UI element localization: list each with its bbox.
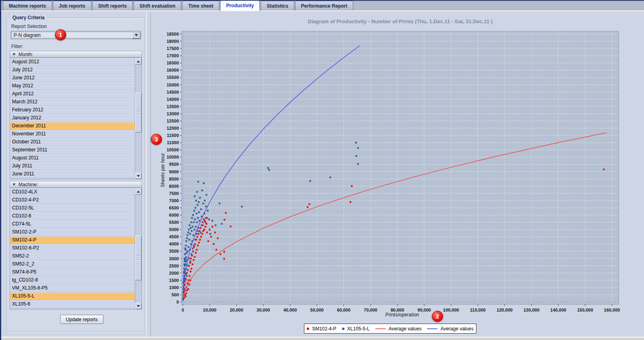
arrow-up-icon	[137, 191, 140, 193]
y-axis-tick-label: 11500	[167, 133, 179, 138]
month-item-june-2011[interactable]: June 2011	[10, 170, 135, 178]
tab-shift-reports[interactable]: Shift reports	[92, 1, 133, 10]
x-axis-tick-label: 70,000	[364, 308, 377, 312]
panel-title: Query Criteria	[10, 15, 47, 20]
y-axis-tick-label: 18500	[166, 32, 179, 36]
annotation-badge-1: 1	[55, 29, 66, 40]
legend-line-marker	[427, 328, 437, 329]
month-header-label: Month:	[18, 52, 33, 57]
x-axis-tick-label: 150,000	[577, 308, 593, 312]
arrow-down-icon	[137, 175, 140, 177]
month-item-june-2012[interactable]: June 2012	[10, 74, 135, 82]
collapse-triangle-icon	[12, 183, 16, 186]
query-criteria-panel: Query Criteria Report Selection P-N diag…	[7, 18, 145, 332]
scroll-up-button[interactable]	[135, 188, 142, 195]
chevron-down-icon	[135, 34, 138, 36]
machine-item-xl105-5-l[interactable]: XL105-5-L	[10, 292, 135, 300]
tab-job-reports[interactable]: Job reports	[53, 1, 91, 10]
month-item-october-2011[interactable]: October 2011	[10, 138, 135, 146]
machine-item-sm102-6-p2[interactable]: SM102-6-P2	[10, 244, 135, 252]
machine-item-tg-cd102-8[interactable]: tg_CD102-8	[10, 276, 135, 284]
month-list: August 2012July 2012June 2012May 2012Apr…	[10, 58, 142, 179]
x-axis-tick-label: 30,000	[257, 308, 270, 312]
productivity-scatter-chart: 0500100015002000250030003500400045005000…	[154, 28, 627, 319]
y-axis-tick-label: 14000	[166, 97, 179, 102]
scroll-down-button[interactable]	[135, 173, 142, 179]
machine-item-cd102-6[interactable]: CD102-6	[10, 212, 135, 220]
month-item-august-2011[interactable]: August 2011	[10, 154, 135, 162]
month-item-february-2012[interactable]: February 2012	[10, 106, 135, 114]
x-axis-tick-label: 40,000	[284, 308, 297, 312]
y-axis-tick-label: 17000	[166, 53, 179, 58]
y-axis-tick-label: 2000	[169, 271, 179, 276]
annotation-badge-2: 2	[432, 311, 443, 322]
month-section-header[interactable]: Month:	[10, 51, 142, 58]
y-axis-tick-label: 18000	[166, 39, 179, 44]
x-axis-tick-label: 0	[182, 308, 184, 312]
panel-splitter[interactable]	[146, 12, 151, 337]
machine-item-sm52-2[interactable]: SM52-2	[10, 252, 135, 260]
machine-item-sm74-8-p5[interactable]: SM74-8-P5	[10, 268, 135, 276]
x-axis-tick-label: 80,000	[391, 308, 404, 312]
machine-list-scrollbar-thumb[interactable]	[135, 235, 142, 280]
machine-item-cd102-4lx[interactable]: CD102-4LX	[10, 188, 135, 196]
month-item-november-2011[interactable]: November 2011	[10, 130, 135, 138]
x-axis-tick-label: 120,000	[497, 308, 513, 312]
y-axis-tick-label: 7500	[169, 191, 179, 196]
y-axis-tick-label: 3000	[169, 256, 179, 261]
scroll-down-button[interactable]	[135, 303, 142, 309]
month-item-may-2012[interactable]: May 2012	[10, 82, 135, 90]
machine-list-scrollbar[interactable]	[135, 188, 142, 309]
month-list-scrollbar[interactable]	[135, 58, 142, 179]
y-axis-tick-label: 2500	[169, 264, 179, 268]
month-list-scrollbar-thumb[interactable]	[135, 93, 142, 133]
machine-item-cd102-4-p2[interactable]: CD102-4-P2	[10, 196, 135, 204]
y-axis-tick-label: 5500	[169, 220, 179, 225]
y-axis-tick-label: 12500	[166, 119, 179, 123]
month-item-july-2011[interactable]: July 2011	[10, 162, 135, 170]
machine-item-sm102-4-p[interactable]: SM102-4-P	[10, 236, 135, 244]
machine-header-label: Machine:	[18, 182, 38, 187]
plot-area	[182, 31, 619, 304]
month-item-april-2012[interactable]: April 2012	[10, 90, 135, 98]
tab-performance-report[interactable]: Performance Report	[295, 1, 353, 10]
y-axis-tick-label: 0	[176, 300, 179, 304]
report-selection-label: Report Selection	[11, 24, 47, 29]
month-item-december-2011[interactable]: December 2011	[10, 122, 135, 130]
tab-productivity[interactable]: Productivity	[220, 0, 260, 11]
month-item-july-2012[interactable]: July 2012	[10, 66, 135, 74]
month-item-january-2012[interactable]: January 2012	[10, 114, 135, 122]
machine-item-xl105-6[interactable]: XL105-6	[10, 300, 135, 308]
tab-shift-evaluation[interactable]: Shift evaluation	[134, 1, 181, 10]
y-axis-tick-label: 6000	[169, 213, 179, 217]
month-item-august-2012[interactable]: August 2012	[10, 58, 135, 66]
chart-legend: SM102-4-PXL105-5-LAverage valuesAverage …	[304, 324, 476, 334]
machine-item-cd74-5l[interactable]: CD74-5L	[10, 220, 135, 228]
x-axis-tick-label: 100,000	[443, 308, 459, 312]
x-axis-tick-label: 130,000	[523, 308, 539, 312]
machine-item-sm102-2-p[interactable]: SM102-2-P	[10, 228, 135, 236]
combobox-dropdown-button[interactable]	[132, 31, 140, 39]
scroll-up-button[interactable]	[135, 58, 142, 64]
x-axis-tick-label: 90,000	[417, 308, 431, 312]
report-selection-combobox[interactable]: P-N diagram	[10, 31, 141, 39]
month-item-march-2012[interactable]: March 2012	[10, 98, 135, 106]
arrow-up-icon	[137, 60, 140, 62]
y-axis-tick-label: 3500	[169, 249, 179, 253]
tab-time-sheet[interactable]: Time sheet	[182, 1, 219, 10]
x-axis-tick-label: 110,000	[470, 308, 486, 312]
machine-item-sm52-2-2[interactable]: SM52-2_2	[10, 260, 135, 268]
tab-statistics[interactable]: Statistics	[261, 1, 294, 10]
machine-list: CD102-4LXCD102-4-P2CD102-5LCD102-6CD74-5…	[10, 188, 142, 310]
y-axis-tick-label: 16000	[166, 68, 179, 72]
update-reports-button[interactable]: Update reports	[60, 315, 103, 324]
y-axis-tick-label: 10000	[166, 155, 179, 159]
month-item-september-2011[interactable]: September 2011	[10, 146, 135, 154]
machine-item-vm-xl105-8-p5[interactable]: VM_XL105-8-P5	[10, 284, 135, 292]
machine-section-header[interactable]: Machine:	[10, 181, 142, 188]
machine-item-cd102-5l[interactable]: CD102-5L	[10, 204, 135, 212]
y-axis-tick-label: 14500	[166, 90, 179, 95]
legend-item-sm102-4-p: SM102-4-P	[307, 326, 336, 332]
tab-machine-reports[interactable]: Machine reports	[3, 1, 52, 10]
combobox-value: P-N diagram	[11, 32, 132, 38]
